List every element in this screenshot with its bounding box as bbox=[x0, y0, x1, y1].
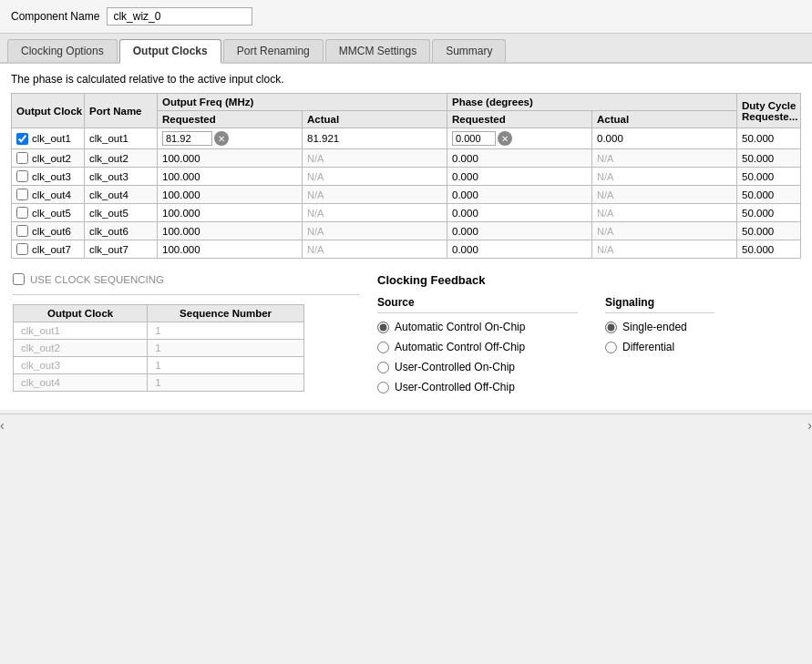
freq-req-clear-0[interactable]: ✕ bbox=[214, 131, 229, 146]
tab-clocking-options[interactable]: Clocking Options bbox=[7, 39, 118, 62]
source-label-1: Automatic Control Off-Chip bbox=[395, 341, 525, 353]
component-name-input[interactable] bbox=[107, 7, 252, 26]
scroll-bar: ‹ › bbox=[0, 414, 812, 433]
freq-req-input-0[interactable] bbox=[162, 131, 212, 146]
seq-table-row: clk_out31 bbox=[14, 357, 304, 374]
clocking-feedback-title: Clocking Feedback bbox=[377, 273, 799, 287]
port-cell: clk_out4 bbox=[85, 186, 158, 204]
signaling-option-0: Single-ended bbox=[605, 321, 714, 333]
scroll-left-arrow[interactable]: ‹ bbox=[0, 418, 5, 433]
duty-cell: 50.000 bbox=[737, 128, 801, 149]
tab-port-renaming[interactable]: Port Renaming bbox=[223, 39, 324, 62]
freq-req-cell: 100.000 bbox=[158, 240, 303, 259]
freq-act-cell: N/A bbox=[303, 240, 447, 259]
duty-cell: 50.000 bbox=[737, 204, 801, 222]
th-freq-requested: Requested bbox=[158, 111, 303, 128]
clock-name-5: clk_out6 bbox=[32, 226, 71, 237]
th-port-name: Port Name bbox=[85, 94, 158, 128]
source-radio-2[interactable] bbox=[377, 362, 389, 373]
signaling-label-1: Differential bbox=[622, 341, 674, 353]
source-column: Source Automatic Control On-Chip Automat… bbox=[377, 296, 578, 401]
signaling-radio-1[interactable] bbox=[605, 342, 617, 353]
seq-table-row: clk_out41 bbox=[14, 374, 304, 392]
phase-act-cell: N/A bbox=[592, 222, 737, 240]
phase-act-cell: N/A bbox=[592, 149, 737, 168]
clock-name-6: clk_out7 bbox=[32, 244, 71, 255]
clock-name-0: clk_out1 bbox=[32, 133, 71, 144]
freq-act-cell: N/A bbox=[303, 168, 447, 186]
th-duty-cycle: Duty CycleRequeste... bbox=[737, 94, 801, 128]
signaling-radio-0[interactable] bbox=[605, 322, 617, 333]
port-cell: clk_out7 bbox=[85, 240, 158, 259]
clock-cell: clk_out5 bbox=[12, 204, 85, 222]
freq-act-cell: N/A bbox=[303, 149, 447, 168]
seq-number-cell: 1 bbox=[148, 322, 304, 340]
tab-mmcm-settings[interactable]: MMCM Settings bbox=[325, 39, 430, 62]
phase-act-cell: N/A bbox=[592, 186, 737, 204]
phase-req-cell: 0.000 bbox=[447, 222, 592, 240]
source-label-0: Automatic Control On-Chip bbox=[395, 321, 525, 333]
freq-act-cell: N/A bbox=[303, 222, 447, 240]
duty-cell: 50.000 bbox=[737, 149, 801, 168]
freq-req-cell[interactable]: ✕ bbox=[158, 128, 303, 149]
clock-cell: clk_out7 bbox=[12, 240, 85, 259]
phase-act-cell: 0.000 bbox=[592, 128, 737, 149]
signaling-column: Signaling Single-ended Differential bbox=[605, 296, 714, 401]
signaling-option-1: Differential bbox=[605, 341, 714, 353]
seq-number-cell: 1 bbox=[148, 374, 304, 392]
source-radio-3[interactable] bbox=[377, 382, 389, 393]
clock-enable-checkbox-4[interactable] bbox=[16, 207, 28, 219]
phase-req-clear-0[interactable]: ✕ bbox=[498, 131, 512, 146]
tab-output-clocks[interactable]: Output Clocks bbox=[119, 39, 221, 64]
tab-summary[interactable]: Summary bbox=[432, 39, 506, 62]
table-row: clk_out3 clk_out3100.000N/A0.000N/A50.00… bbox=[12, 168, 801, 186]
clock-cell: clk_out6 bbox=[12, 222, 85, 240]
source-radio-0[interactable] bbox=[377, 322, 389, 333]
source-radio-1[interactable] bbox=[377, 342, 389, 353]
bottom-section: USE CLOCK SEQUENCING Output Clock Sequen… bbox=[11, 273, 801, 401]
component-name-label: Component Name bbox=[11, 10, 99, 23]
clock-name-3: clk_out4 bbox=[32, 189, 71, 200]
phase-req-cell: 0.000 bbox=[447, 149, 592, 168]
freq-req-cell: 100.000 bbox=[158, 186, 303, 204]
port-cell: clk_out5 bbox=[85, 204, 158, 222]
seq-th-clock: Output Clock bbox=[14, 305, 148, 322]
seq-table-row: clk_out11 bbox=[14, 322, 304, 340]
top-bar: Component Name bbox=[0, 0, 812, 34]
clock-enable-checkbox-2[interactable] bbox=[16, 170, 28, 182]
freq-req-cell: 100.000 bbox=[158, 149, 303, 168]
feedback-cols: Source Automatic Control On-Chip Automat… bbox=[377, 296, 799, 401]
freq-req-cell: 100.000 bbox=[158, 222, 303, 240]
source-option-3: User-Controlled Off-Chip bbox=[377, 381, 578, 393]
table-row: clk_out1 clk_out1 ✕ 81.921 ✕ 0.00050.000 bbox=[12, 128, 801, 149]
th-output-clock: Output Clock bbox=[12, 94, 85, 128]
phase-req-cell: 0.000 bbox=[447, 204, 592, 222]
phase-act-cell: N/A bbox=[592, 204, 737, 222]
duty-cell: 50.000 bbox=[737, 222, 801, 240]
clock-cell: clk_out3 bbox=[12, 168, 85, 186]
duty-cell: 50.000 bbox=[737, 186, 801, 204]
port-cell: clk_out1 bbox=[85, 128, 158, 149]
clock-name-4: clk_out5 bbox=[32, 208, 71, 219]
signaling-label-0: Single-ended bbox=[622, 321, 687, 333]
clock-enable-checkbox-6[interactable] bbox=[16, 243, 28, 255]
clock-enable-checkbox-3[interactable] bbox=[16, 189, 28, 200]
phase-act-cell: N/A bbox=[592, 240, 737, 259]
phase-req-cell[interactable]: ✕ bbox=[447, 128, 592, 149]
freq-act-cell: N/A bbox=[303, 186, 447, 204]
clock-enable-checkbox-0[interactable] bbox=[16, 133, 28, 145]
phase-act-cell: N/A bbox=[592, 168, 737, 186]
phase-req-cell: 0.000 bbox=[447, 168, 592, 186]
port-cell: clk_out6 bbox=[85, 222, 158, 240]
clock-enable-checkbox-1[interactable] bbox=[16, 152, 28, 164]
tab-bar: Clocking Options Output Clocks Port Rena… bbox=[0, 34, 812, 64]
clock-enable-checkbox-5[interactable] bbox=[16, 225, 28, 237]
source-label-3: User-Controlled Off-Chip bbox=[395, 381, 515, 393]
clock-name-1: clk_out2 bbox=[32, 153, 71, 164]
source-label-2: User-Controlled On-Chip bbox=[395, 361, 515, 373]
use-clock-seq-checkbox[interactable] bbox=[13, 273, 25, 285]
clock-cell: clk_out2 bbox=[12, 149, 85, 168]
phase-req-input-0[interactable] bbox=[452, 131, 496, 146]
use-clock-seq-row: USE CLOCK SEQUENCING bbox=[13, 273, 359, 285]
scroll-right-arrow[interactable]: › bbox=[807, 418, 812, 433]
